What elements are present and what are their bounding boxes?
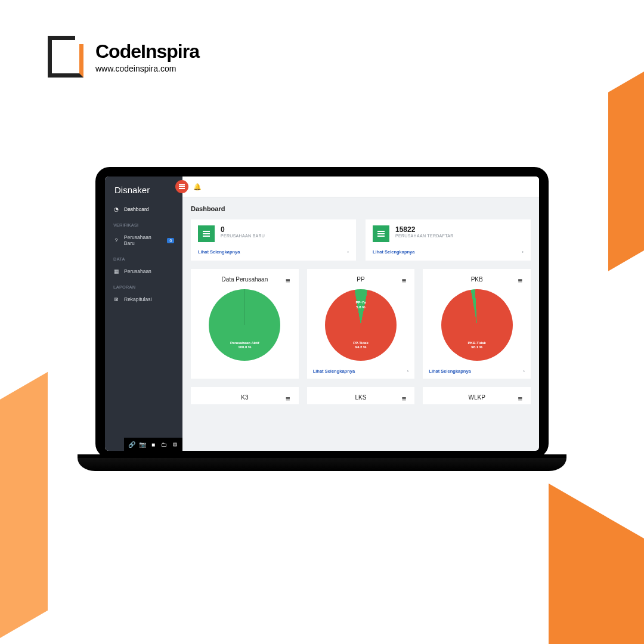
menu-toggle-button[interactable] [175, 180, 188, 193]
chart-menu-icon[interactable]: ≡ [402, 394, 407, 403]
brand-title: CodeInspira [95, 41, 199, 63]
video-icon[interactable]: ■ [149, 440, 157, 448]
decorative-triangle-bl [0, 372, 48, 644]
decorative-triangle-br [549, 484, 644, 644]
chart-card: PKB≡PKB-Tidak98.1 %Lihat Selengkapnya› [423, 269, 531, 379]
decorative-triangle-tr [608, 51, 644, 271]
chart-link[interactable]: Lihat Selengkapnya› [429, 369, 525, 374]
stat-card-perusahaan-terdaftar: 15822 PERUSAHAAN TERDAFTAR Lihat Selengk… [366, 219, 531, 261]
chevron-right-icon: › [524, 369, 525, 374]
sidebar-item-label: Dashboard [124, 206, 149, 212]
dev-toolbar: 🔗 📷 ■ 🗀 ⚙ [124, 438, 182, 451]
sidebar-item-label: Perusahaan [124, 268, 151, 274]
stat-card-perusahaan-baru: 0 PERUSAHAAN BARU Lihat Selengkapnya› [191, 219, 356, 261]
pie-chart: Perusahaan Aktif100.0 % [197, 286, 293, 364]
chevron-right-icon: › [522, 249, 524, 255]
sidebar-item-label: Rekapitulasi [124, 296, 151, 302]
sidebar-item-rekapitulasi[interactable]: 🗎 Rekapitulasi [105, 292, 182, 306]
app-screen: Disnaker ◔ Dashboard VERIFIKASI ? Perusa… [105, 177, 539, 451]
chart-title: WLKP≡ [429, 393, 525, 404]
sidebar: Disnaker ◔ Dashboard VERIFIKASI ? Perusa… [105, 177, 182, 451]
pie-chart: PP-Ya5.8 %PP-Tidak94.2 % [313, 286, 409, 364]
sidebar-badge: 0 [167, 238, 174, 243]
chart-title: PP≡ [313, 275, 409, 286]
chart-card: K3≡ [191, 387, 299, 404]
sidebar-section-verifikasi: VERIFIKASI [105, 216, 182, 230]
topbar: 🔔 [182, 177, 539, 197]
document-icon: 🗎 [113, 296, 119, 302]
folder-icon[interactable]: 🗀 [160, 440, 168, 448]
notification-bell-icon[interactable]: 🔔 [193, 183, 202, 191]
chevron-right-icon: › [407, 369, 409, 374]
stat-link[interactable]: Lihat Selengkapnya› [198, 249, 349, 255]
link-icon[interactable]: 🔗 [128, 440, 136, 448]
stat-value: 15822 [395, 225, 454, 234]
chart-menu-icon[interactable]: ≡ [286, 394, 290, 403]
camera-icon[interactable]: 📷 [138, 440, 147, 448]
list-icon [198, 225, 215, 242]
laptop-base [78, 458, 566, 471]
sidebar-item-label: Perusahaan Baru [124, 234, 163, 246]
laptop-mockup: Disnaker ◔ Dashboard VERIFIKASI ? Perusa… [95, 167, 549, 471]
grid-icon: ▦ [113, 268, 119, 274]
stat-label: PERUSAHAAN BARU [221, 234, 265, 238]
brand-block: CodeInspira www.codeinspira.com [48, 36, 199, 78]
pie-slice-label: PP-Tidak94.2 % [353, 340, 369, 349]
chart-menu-icon[interactable]: ≡ [518, 276, 522, 285]
chart-title: PKB≡ [429, 275, 525, 286]
app-title: Disnaker [105, 177, 182, 202]
chevron-right-icon: › [348, 249, 349, 255]
stat-link[interactable]: Lihat Selengkapnya› [373, 249, 524, 255]
pie-slice-label: PKB-Tidak98.1 % [468, 340, 486, 349]
stat-label: PERUSAHAAN TERDAFTAR [395, 234, 454, 238]
pie-slice-label: PP-Ya5.8 % [355, 301, 366, 309]
list-icon [373, 225, 389, 242]
chart-card: WLKP≡ [423, 387, 531, 404]
pie-slice-label: Perusahaan Aktif100.0 % [230, 340, 259, 349]
pie-chart: PKB-Tidak98.1 % [429, 286, 525, 364]
chart-title: LKS≡ [313, 393, 409, 404]
brand-logo-icon [48, 36, 83, 78]
chart-card: LKS≡ [307, 387, 415, 404]
brand-subtitle: www.codeinspira.com [95, 64, 199, 73]
dashboard-icon: ◔ [113, 206, 119, 212]
sidebar-item-dashboard[interactable]: ◔ Dashboard [105, 202, 182, 216]
stat-value: 0 [221, 225, 265, 234]
chart-menu-icon[interactable]: ≡ [286, 276, 290, 285]
chart-menu-icon[interactable]: ≡ [402, 276, 407, 285]
sidebar-section-laporan: LAPORAN [105, 278, 182, 292]
gear-icon[interactable]: ⚙ [171, 440, 179, 448]
sidebar-item-perusahaan-baru[interactable]: ? Perusahaan Baru 0 [105, 230, 182, 250]
page-title: Dashboard [191, 205, 531, 212]
chart-menu-icon[interactable]: ≡ [518, 394, 522, 403]
chart-title: Data Perusahaan≡ [197, 275, 293, 286]
question-icon: ? [113, 237, 119, 243]
chart-card: PP≡PP-Ya5.8 %PP-Tidak94.2 %Lihat Selengk… [307, 269, 415, 379]
chart-link[interactable]: Lihat Selengkapnya› [313, 369, 409, 374]
chart-card: Data Perusahaan≡Perusahaan Aktif100.0 % [191, 269, 299, 379]
sidebar-section-data: DATA [105, 250, 182, 264]
sidebar-item-perusahaan[interactable]: ▦ Perusahaan [105, 264, 182, 278]
chart-title: K3≡ [197, 393, 293, 404]
